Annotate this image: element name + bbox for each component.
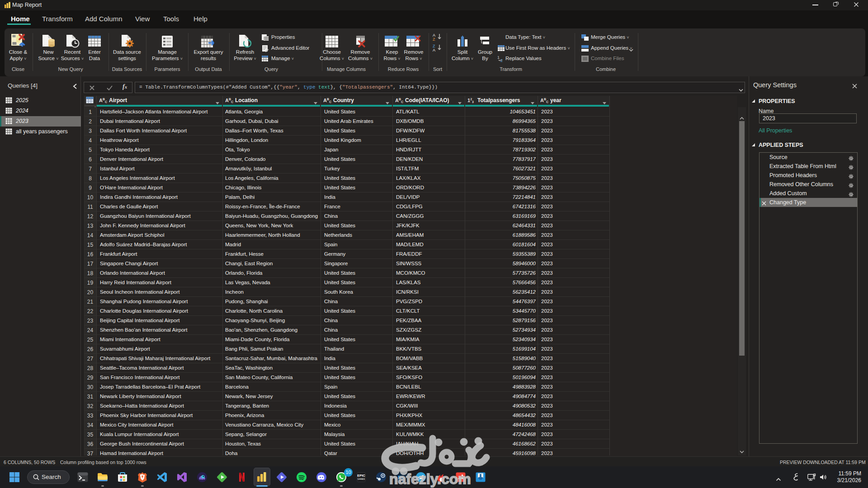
svg-text:GAMES: GAMES xyxy=(358,478,365,480)
svg-text:Z: Z xyxy=(433,37,435,41)
svg-text:A: A xyxy=(433,48,435,52)
svg-text:Ps: Ps xyxy=(398,475,404,480)
svg-text:1: 1 xyxy=(497,55,500,60)
svg-text:EPIC: EPIC xyxy=(357,474,365,478)
